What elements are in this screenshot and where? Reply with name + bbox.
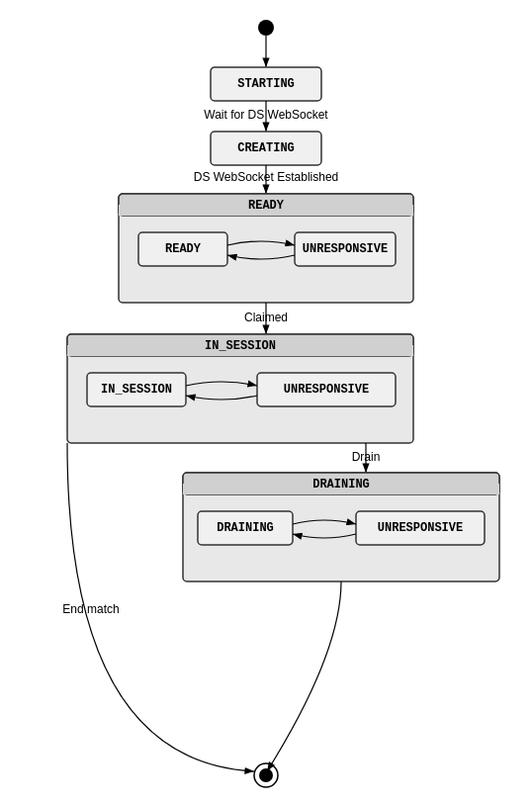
arrow-draining-end: [267, 581, 341, 771]
initial-state: [258, 20, 274, 36]
unresponsive-in-session-label: UNRESPONSIVE: [284, 383, 369, 397]
end-match-label: End match: [62, 602, 119, 616]
starting-label: STARTING: [237, 77, 295, 91]
draining-composite-label: DRAINING: [312, 478, 370, 491]
ready-inner-label: READY: [165, 242, 202, 256]
in-session-inner-label: IN_SESSION: [101, 383, 172, 397]
unresponsive-draining-label: UNRESPONSIVE: [378, 521, 463, 535]
draining-inner-label: DRAINING: [217, 521, 274, 535]
ready-composite-label: READY: [248, 199, 285, 213]
unresponsive-ready-label: UNRESPONSIVE: [303, 242, 388, 256]
in-session-composite-label: IN_SESSION: [205, 339, 276, 353]
final-state-inner: [259, 768, 273, 782]
creating-label: CREATING: [237, 141, 295, 155]
